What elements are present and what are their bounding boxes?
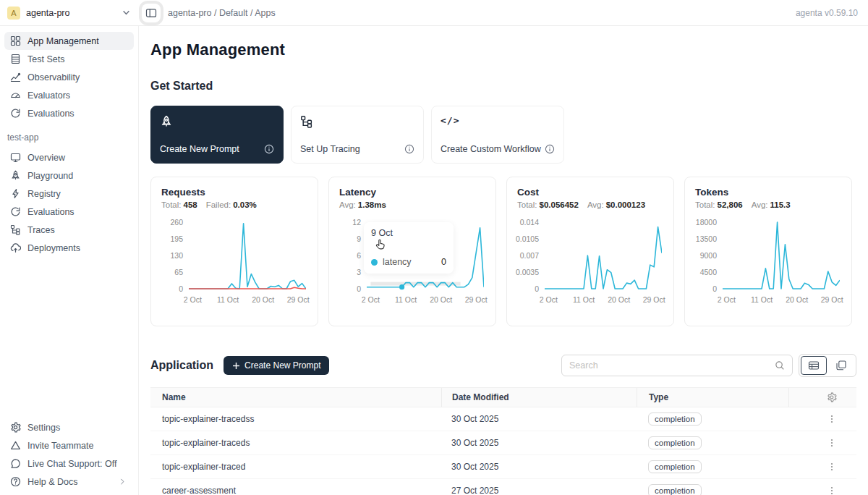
chart-title: Latency (339, 187, 485, 198)
chart-card-cost: CostTotal:$0.056452Avg:$0.0001230.0140.0… (506, 177, 674, 326)
chart-title: Tokens (695, 187, 841, 198)
cell-date: 30 Oct 2025 (441, 455, 637, 478)
table-row[interactable]: topic-explainer-tracedss30 Oct 2025compl… (150, 407, 856, 431)
sidebar-group-label: test-app (4, 122, 134, 148)
sidebar-item-observability[interactable]: Observability (4, 68, 134, 86)
code-icon: </> (441, 115, 555, 126)
sidebar-app-item-evaluations[interactable]: Evaluations (4, 203, 134, 221)
get-started-card-label: Create New Prompt (160, 144, 239, 154)
chart-cards-row: RequestsTotal:458Failed:0.03%26019513065… (150, 177, 856, 326)
chart-stat: Avg:$0.000123 (587, 200, 645, 209)
sidebar-item-evaluations[interactable]: Evaluations (4, 104, 134, 122)
sidebar-bottom-item-settings[interactable]: Settings (4, 418, 134, 436)
sidebar-item-label: Overview (27, 153, 65, 163)
sidebar-item-label: Evaluations (27, 109, 75, 119)
chart-y-axis-labels: 1800013500900045000 (695, 218, 723, 293)
cell-type: completion (637, 479, 788, 495)
grid-icon (10, 35, 21, 46)
chart-stat: Total:$0.056452 (517, 200, 579, 209)
legend-dot (371, 259, 378, 266)
testsets-icon (10, 54, 21, 64)
sidebar-bottom-item-live-chat-support-off[interactable]: Live Chat Support: Off (4, 454, 134, 473)
column-header-actions (788, 388, 856, 407)
info-icon[interactable] (404, 144, 414, 154)
search-icon[interactable] (775, 360, 785, 371)
info-icon[interactable] (264, 144, 274, 154)
get-started-card-create-new-prompt[interactable]: Create New Prompt (150, 106, 284, 164)
table-view-button[interactable] (801, 356, 827, 375)
table-view-icon (808, 360, 820, 371)
breadcrumb[interactable]: agenta-pro / Default / Apps (168, 8, 796, 18)
column-header-name[interactable]: Name (150, 392, 441, 402)
get-started-card-label: Set Up Tracing (300, 144, 360, 154)
get-started-heading: Get Started (150, 80, 856, 93)
chart-plot-area[interactable] (545, 218, 662, 293)
sidebar: App ManagementTest SetsObservabilityEval… (0, 26, 139, 495)
chart-x-axis-labels: 2 Oct11 Oct20 Oct29 Oct (367, 293, 484, 305)
chart-plot-area[interactable] (189, 218, 306, 293)
get-started-card-set-up-tracing[interactable]: Set Up Tracing (291, 106, 424, 164)
sidebar-item-label: Deployments (27, 243, 80, 253)
sidebar-item-evaluators[interactable]: Evaluators (4, 86, 134, 104)
sidebar-bottom-item-invite-teammate[interactable]: Invite Teammate (4, 436, 134, 454)
get-started-card-label: Create Custom Workflow (441, 144, 541, 154)
sidebar-item-label: Invite Teammate (27, 441, 93, 451)
chart-x-axis-labels: 2 Oct11 Oct20 Oct29 Oct (723, 293, 840, 305)
rocket-icon (10, 170, 21, 181)
topbar: agenta-pro / Default / Apps agenta v0.59… (139, 0, 868, 26)
chart-stat: Avg:115.3 (752, 200, 791, 209)
sidebar-bottom-item-help-docs[interactable]: Help & Docs (4, 473, 134, 491)
cell-type: completion (637, 431, 788, 454)
get-started-card-create-custom-workflow[interactable]: </>Create Custom Workflow (431, 106, 564, 164)
info-icon[interactable] (545, 144, 555, 154)
table-body: topic-explainer-tracedss30 Oct 2025compl… (150, 407, 856, 495)
row-menu-kebab-icon[interactable] (826, 437, 838, 449)
cell-name: topic-explainer-traced (150, 462, 441, 472)
type-badge: completion (648, 436, 702, 449)
chart-x-axis-labels: 2 Oct11 Oct20 Oct29 Oct (189, 293, 306, 305)
table-settings-gear-icon[interactable] (826, 392, 838, 403)
sidebar-item-label: Live Chat Support: Off (27, 459, 116, 469)
cell-date: 30 Oct 2025 (441, 407, 637, 431)
table-row[interactable]: topic-explainer-traced30 Oct 2025complet… (150, 455, 856, 479)
sidebar-spacer (4, 257, 134, 418)
chart-title: Requests (161, 187, 307, 198)
sidebar-item-label: Settings (27, 423, 60, 433)
triangle-icon (10, 440, 21, 451)
sidebar-app-item-playground[interactable]: Playground (4, 166, 134, 185)
chart-stat: Total:52,806 (695, 200, 743, 209)
chart-stats: Total:52,806Avg:115.3 (695, 200, 841, 209)
workspace-name: agenta-pro (26, 8, 121, 18)
column-header-type[interactable]: Type (637, 388, 788, 407)
sidebar-item-app-management[interactable]: App Management (4, 32, 134, 50)
sidebar-collapse-button[interactable] (142, 4, 161, 22)
table-row[interactable]: topic-explainer-traceds30 Oct 2025comple… (150, 431, 856, 455)
sidebar-app-item-registry[interactable]: Registry (4, 185, 134, 203)
sidebar-app-item-deployments[interactable]: Deployments (4, 239, 134, 257)
sidebar-item-test-sets[interactable]: Test Sets (4, 50, 134, 68)
card-view-button[interactable] (828, 356, 854, 375)
search-input[interactable] (569, 360, 775, 371)
sidebar-item-label: Test Sets (27, 54, 64, 64)
sidebar-app: OverviewPlaygroundRegistryEvaluationsTra… (4, 148, 134, 257)
sidebar-app-item-traces[interactable]: Traces (4, 221, 134, 239)
row-menu-kebab-icon[interactable] (826, 461, 838, 473)
workspace-selector[interactable]: A agenta-pro (0, 0, 139, 26)
chart-y-axis-labels: 260195130650 (161, 218, 189, 293)
chart-plot-area[interactable] (723, 218, 840, 293)
evals-icon (10, 108, 21, 119)
bolt-icon (10, 188, 21, 199)
tooltip-value: 0 (441, 257, 446, 267)
table-row[interactable]: career-assessment27 Oct 2025completion (150, 479, 856, 495)
application-heading: Application (150, 359, 213, 372)
row-menu-kebab-icon[interactable] (826, 413, 838, 425)
sidebar-item-label: Help & Docs (27, 477, 77, 487)
search-box (561, 355, 793, 376)
create-new-prompt-button[interactable]: Create New Prompt (224, 356, 329, 375)
cursor-hand-icon (374, 238, 386, 250)
column-header-date[interactable]: Date Modified (441, 388, 637, 407)
table-header: Name Date Modified Type (150, 387, 856, 407)
sidebar-app-item-overview[interactable]: Overview (4, 148, 134, 166)
row-menu-kebab-icon[interactable] (826, 485, 838, 495)
version-label: agenta v0.59.10 (796, 8, 858, 18)
